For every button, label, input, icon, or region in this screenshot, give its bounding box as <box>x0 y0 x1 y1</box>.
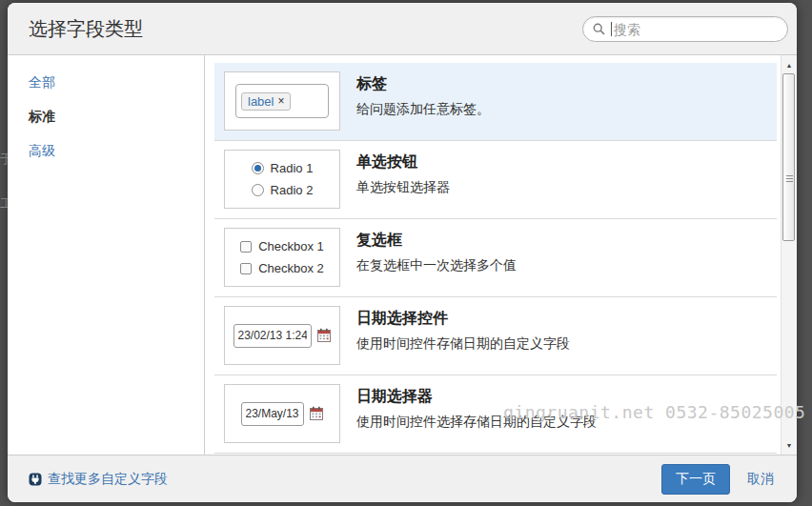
find-more-custom-fields-link[interactable]: 查找更多自定义字段 <box>29 471 168 488</box>
field-type-row-checkboxes[interactable]: Checkbox 1 Checkbox 2 复选框 在复选框中一次选择多个值 <box>214 219 777 297</box>
field-type-row-radio-buttons[interactable]: Radio 1 Radio 2 单选按钮 单选按钮选择器 <box>214 141 777 219</box>
field-type-row-date-picker[interactable]: 日期选择器 使用时间控件选择存储日期的自定义字段 <box>214 375 777 454</box>
field-type-title: 单选按钮 <box>356 152 450 172</box>
radio-preview: Radio 1 Radio 2 <box>224 150 340 209</box>
list-scrollbar: ▲ ▼ <box>781 55 797 455</box>
scroll-down-icon[interactable]: ▼ <box>782 437 797 453</box>
datetime-value-preview <box>233 324 312 348</box>
field-type-description: 单选按钮选择器 <box>356 179 450 196</box>
dialog-header: 选择字段类型 <box>8 3 797 55</box>
dialog-footer: 查找更多自定义字段 下一页 取消 <box>8 455 797 502</box>
field-type-title: 日期选择控件 <box>356 309 570 329</box>
remove-label-icon: × <box>277 94 284 108</box>
marketplace-icon <box>29 473 42 486</box>
radio-option-label: Radio 2 <box>271 183 314 197</box>
scrollbar-grip <box>786 175 793 182</box>
select-field-type-dialog: 选择字段类型 全部 标准 高级 label × <box>8 3 797 502</box>
search-icon <box>593 23 605 35</box>
field-type-row-datetime-picker[interactable]: 日期选择控件 使用时间控件存储日期的自定义字段 <box>214 297 777 375</box>
field-type-description: 在复选框中一次选择多个值 <box>356 257 517 274</box>
checkbox-option: Checkbox 2 <box>240 261 324 275</box>
category-sidebar: 全部 标准 高级 <box>8 55 205 455</box>
field-type-row-labels[interactable]: label × 标签 给问题添加任意标签。 <box>214 63 777 141</box>
radio-option: Radio 1 <box>252 161 314 175</box>
field-type-description: 给问题添加任意标签。 <box>356 101 490 118</box>
field-type-description: 使用时间控件选择存储日期的自定义字段 <box>356 414 597 431</box>
radio-checked-icon <box>252 162 264 174</box>
labels-input-preview: label × <box>235 84 329 118</box>
field-type-list: label × 标签 给问题添加任意标签。 Radio 1 <box>205 55 781 455</box>
radio-option-label: Radio 1 <box>271 161 314 175</box>
label-lozenge: label × <box>241 92 291 111</box>
field-type-description: 使用时间控件存储日期的自定义字段 <box>356 335 570 353</box>
dialog-body: 全部 标准 高级 label × 标签 给问题添加任意标签。 <box>8 55 797 455</box>
calendar-icon <box>309 406 324 421</box>
checkbox-icon <box>240 241 252 253</box>
radio-unchecked-icon <box>252 184 264 196</box>
dialog-title: 选择字段类型 <box>29 16 143 42</box>
sidebar-item-all[interactable]: 全部 <box>29 74 204 91</box>
sidebar-item-advanced[interactable]: 高级 <box>29 143 204 160</box>
calendar-icon <box>316 328 332 343</box>
scroll-up-icon[interactable]: ▲ <box>782 57 797 72</box>
checkbox-option-label: Checkbox 2 <box>258 261 324 275</box>
cancel-link[interactable]: 取消 <box>747 471 774 488</box>
field-type-title: 标签 <box>356 74 490 94</box>
scrollbar-thumb[interactable] <box>782 73 795 241</box>
find-more-custom-fields-label: 查找更多自定义字段 <box>48 471 168 488</box>
checkbox-option: Checkbox 1 <box>240 239 324 253</box>
radio-option: Radio 2 <box>252 183 314 197</box>
field-type-title: 复选框 <box>356 231 517 251</box>
checkbox-option-label: Checkbox 1 <box>258 239 324 253</box>
field-type-title: 日期选择器 <box>356 387 597 407</box>
sidebar-item-standard[interactable]: 标准 <box>29 109 204 126</box>
labels-preview: label × <box>224 71 340 131</box>
date-preview <box>224 384 340 443</box>
checkbox-preview: Checkbox 1 Checkbox 2 <box>224 228 340 287</box>
label-text: label <box>248 94 274 109</box>
checkbox-icon <box>240 263 252 274</box>
next-page-button[interactable]: 下一页 <box>661 464 730 495</box>
search-box <box>582 16 788 42</box>
date-value-preview <box>241 402 304 426</box>
datetime-preview <box>224 306 340 365</box>
search-input[interactable] <box>612 22 778 37</box>
